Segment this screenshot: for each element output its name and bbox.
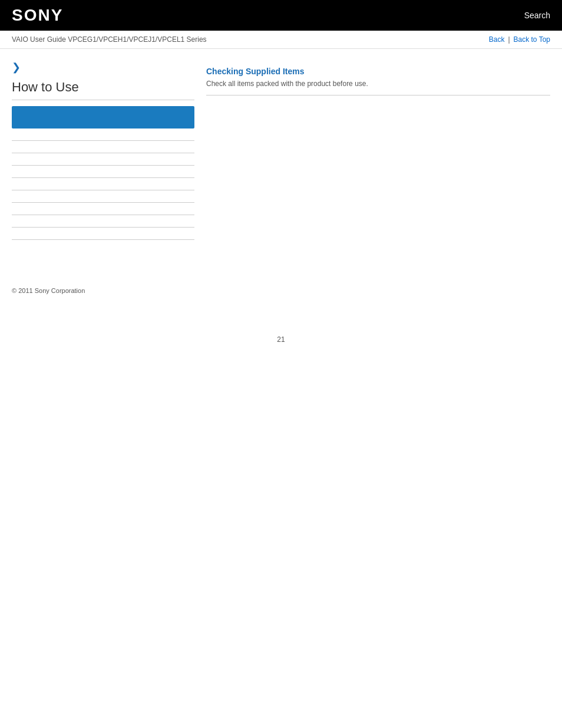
breadcrumb-text: VAIO User Guide VPCEG1/VPCEH1/VPCEJ1/VPC… [12, 35, 207, 44]
page-number: 21 [0, 324, 562, 355]
copyright-text: © 2011 Sony Corporation [12, 287, 550, 294]
sidebar-divider-1 [12, 140, 194, 141]
back-to-top-link[interactable]: Back to Top [514, 35, 550, 44]
main-content: ❯ How to Use Checking Supplied Items Che… [0, 49, 562, 263]
sony-logo: SONY [12, 6, 63, 25]
nav-links: Back | Back to Top [489, 35, 550, 44]
sidebar-divider-5 [12, 190, 194, 190]
sidebar: ❯ How to Use [12, 61, 194, 252]
back-link[interactable]: Back [489, 35, 505, 44]
sidebar-divider-2 [12, 153, 194, 153]
sidebar-divider-4 [12, 177, 194, 178]
sidebar-divider-7 [12, 215, 194, 215]
sidebar-divider-6 [12, 202, 194, 203]
sidebar-active-item[interactable] [12, 106, 194, 129]
footer: © 2011 Sony Corporation [0, 263, 562, 300]
sidebar-arrow-icon[interactable]: ❯ [12, 61, 194, 74]
content-description: Check all items packed with the product … [206, 80, 550, 88]
sidebar-divider-9 [12, 239, 194, 240]
sidebar-section-title: How to Use [12, 80, 194, 100]
nav-separator: | [508, 35, 510, 44]
sidebar-divider-3 [12, 165, 194, 166]
search-button[interactable]: Search [524, 11, 550, 20]
content-area: Checking Supplied Items Check all items … [206, 61, 550, 252]
content-divider [206, 95, 550, 95]
content-section-link[interactable]: Checking Supplied Items [206, 67, 550, 76]
header: SONY Search [0, 0, 562, 31]
breadcrumb-bar: VAIO User Guide VPCEG1/VPCEH1/VPCEJ1/VPC… [0, 31, 562, 49]
sidebar-divider-8 [12, 227, 194, 228]
